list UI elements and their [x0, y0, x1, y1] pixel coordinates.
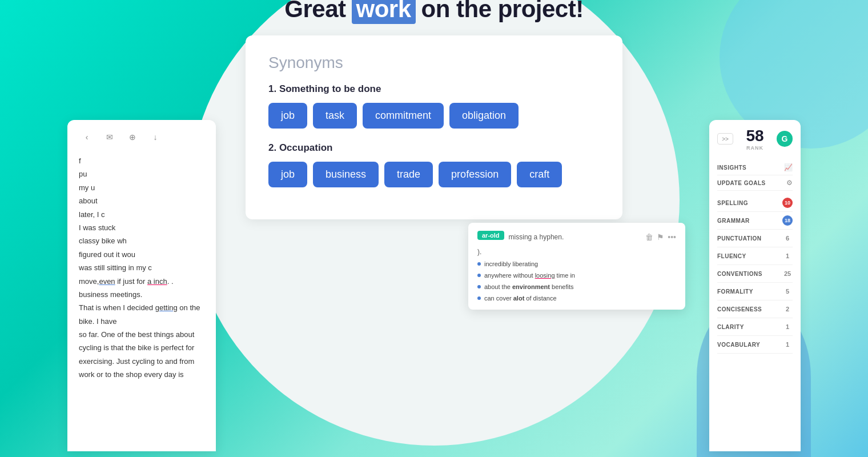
- score-row: >> 58 RANK G: [717, 127, 793, 151]
- formality-badge: 5: [782, 286, 793, 296]
- download-icon[interactable]: ↓: [147, 129, 163, 145]
- update-goals-label: UPDATE GOALS: [717, 180, 766, 186]
- sidebar-item-punctuation[interactable]: PUNCTUATION 6: [717, 230, 793, 247]
- back-icon[interactable]: ‹: [79, 129, 95, 145]
- sidebar-item-conciseness[interactable]: CONCISENESS 2: [717, 300, 793, 318]
- clarity-badge: 1: [782, 322, 793, 332]
- tag-obligation[interactable]: obligation: [449, 103, 519, 129]
- score-label: RANK: [746, 145, 763, 151]
- flag-icon[interactable]: ⚑: [657, 232, 664, 242]
- bullet-dot-1: [477, 262, 481, 266]
- sidebar-item-insights[interactable]: INSIGHTS 📈: [717, 160, 793, 175]
- tag-task[interactable]: task: [313, 103, 357, 129]
- synonym-section-2-label: 2. Occupation: [268, 142, 600, 154]
- synonym-tags-section-1: job task commitment obligation: [268, 103, 600, 129]
- text-line-14: exercising. Just cycling to and from wor…: [79, 355, 204, 382]
- bullet-text-3: about the environment benefits: [484, 283, 574, 290]
- delete-icon[interactable]: 🗑: [645, 232, 653, 242]
- text-line-4: about: [79, 194, 204, 207]
- bullet-item-1: incredibly liberating: [477, 260, 676, 267]
- headline-highlighted-word[interactable]: work: [352, 0, 416, 24]
- punctuation-badge: 6: [782, 233, 793, 243]
- text-line-3: my u: [79, 181, 204, 194]
- text-line-7: classy bike wh: [79, 234, 204, 247]
- sidebar-item-update-goals[interactable]: UPDATE GOALS ⚙: [717, 175, 793, 191]
- bullet-dot-3: [477, 285, 481, 288]
- text-line-13: so far. One of the best things about cyc…: [79, 328, 204, 355]
- insights-icon: 📈: [784, 163, 793, 171]
- sidebar-item-vocabulary[interactable]: VOCABULARY 1: [717, 336, 793, 354]
- vocabulary-badge: 1: [782, 339, 793, 350]
- correction-text: missing a hyphen.: [509, 233, 564, 241]
- conciseness-badge: 2: [782, 304, 793, 314]
- bullet-text-1: incredibly liberating: [484, 260, 538, 267]
- tag-job-1[interactable]: job: [268, 103, 307, 129]
- text-line-10: move,even if just for a inch. .: [79, 275, 204, 288]
- sidebar-item-fluency[interactable]: FLUENCY 1: [717, 247, 793, 265]
- editor-text: f pu my u about later, I c I was stuck c…: [79, 154, 204, 382]
- headline: Great work on the project!: [284, 0, 583, 24]
- conventions-label: CONVENTIONS: [717, 271, 762, 277]
- bullet-dot-4: [477, 296, 481, 300]
- text-line-8: figured out it wou: [79, 248, 204, 261]
- tag-craft[interactable]: craft: [517, 162, 562, 187]
- tag-profession[interactable]: profession: [439, 162, 511, 187]
- tag-job-2[interactable]: job: [268, 162, 307, 187]
- bullet-text-4: can cover alot of distance: [484, 295, 557, 302]
- punctuation-label: PUNCTUATION: [717, 235, 762, 242]
- synonym-tags-section-2: job business trade profession craft: [268, 162, 600, 187]
- spelling-badge: 10: [782, 198, 793, 208]
- formality-label: FORMALITY: [717, 288, 753, 295]
- text-line-5: later, I c: [79, 208, 204, 221]
- sidebar-item-spelling[interactable]: SPELLING 10: [717, 194, 793, 212]
- tag-commitment[interactable]: commitment: [363, 103, 444, 129]
- conciseness-label: CONCISENESS: [717, 306, 762, 312]
- synonym-card: Synonyms 1. Something to be done job tas…: [246, 35, 622, 219]
- fluency-badge: 1: [782, 251, 793, 261]
- headline-post: on the project!: [421, 0, 584, 23]
- correction-tag: ar-old: [477, 231, 504, 240]
- tag-business[interactable]: business: [313, 162, 379, 187]
- expand-button[interactable]: >>: [717, 133, 733, 145]
- bullet-dot-2: [477, 274, 481, 277]
- bullet-item-2: anywhere without loosing time in: [477, 272, 676, 279]
- headline-pre: Great: [284, 0, 345, 23]
- editor-left-panel: ‹ ✉ ⊕ ↓ f pu my u about later, I c I was…: [67, 120, 216, 451]
- grammar-badge: 18: [782, 215, 793, 226]
- text-line-9: was still sitting in my c: [79, 261, 204, 274]
- score-number: 58: [746, 127, 763, 145]
- add-document-icon[interactable]: ⊕: [124, 129, 140, 145]
- conventions-badge: 25: [782, 268, 793, 279]
- sidebar-item-grammar[interactable]: GRAMMAR 18: [717, 212, 793, 230]
- text-line-6: I was stuck: [79, 221, 204, 234]
- synonym-title: Synonyms: [268, 54, 600, 72]
- fluency-label: FLUENCY: [717, 253, 746, 259]
- editor-toolbar: ‹ ✉ ⊕ ↓: [79, 129, 204, 145]
- spelling-label: SPELLING: [717, 200, 748, 206]
- text-line-11: business meetings.: [79, 288, 204, 301]
- grammarly-logo: G: [777, 131, 793, 147]
- bullet-text-2: anywhere without loosing time in: [484, 272, 575, 279]
- grammarly-sidebar: >> 58 RANK G INSIGHTS 📈 UPDATE GOALS ⚙ S…: [709, 120, 801, 451]
- sidebar-item-conventions[interactable]: CONVENTIONS 25: [717, 265, 793, 283]
- correction-context: ).: [477, 248, 676, 256]
- insights-label: INSIGHTS: [717, 165, 746, 171]
- bullet-item-3: about the environment benefits: [477, 283, 676, 290]
- correction-panel: ar-old missing a hyphen. 🗑 ⚑ ••• ). incr…: [468, 223, 685, 310]
- vocabulary-label: VOCABULARY: [717, 342, 760, 348]
- bullet-item-4: can cover alot of distance: [477, 295, 676, 302]
- synonym-section-1-label: 1. Something to be done: [268, 83, 600, 95]
- text-line-12: That is when I decided getting on the bi…: [79, 301, 204, 328]
- goals-icon: ⚙: [786, 179, 793, 187]
- grammar-label: GRAMMAR: [717, 218, 750, 224]
- text-line-1: f: [79, 154, 204, 167]
- inbox-icon[interactable]: ✉: [102, 129, 118, 145]
- sidebar-item-clarity[interactable]: CLARITY 1: [717, 318, 793, 336]
- tag-trade[interactable]: trade: [384, 162, 433, 187]
- more-icon[interactable]: •••: [668, 232, 676, 242]
- text-line-2: pu: [79, 167, 204, 181]
- clarity-label: CLARITY: [717, 324, 744, 330]
- sidebar-item-formality[interactable]: FORMALITY 5: [717, 283, 793, 300]
